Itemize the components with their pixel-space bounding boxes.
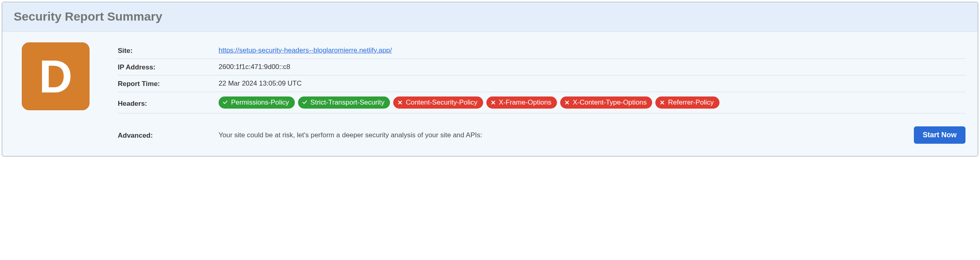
label-site: Site: bbox=[118, 46, 211, 55]
check-icon bbox=[302, 100, 308, 105]
header-pill: Content-Security-Policy bbox=[393, 96, 483, 109]
header-pill: Strict-Transport-Security bbox=[298, 96, 390, 109]
headers-pill-container: Permissions-PolicyStrict-Transport-Secur… bbox=[219, 96, 965, 109]
label-advanced: Advanced: bbox=[118, 131, 211, 140]
panel-header: Security Report Summary bbox=[2, 2, 978, 32]
header-pill-label: Strict-Transport-Security bbox=[311, 98, 385, 107]
header-pill-label: X-Content-Type-Options bbox=[573, 98, 646, 107]
header-pill-label: Permissions-Policy bbox=[231, 98, 289, 107]
header-pill-label: Referrer-Policy bbox=[668, 98, 713, 107]
row-time: Report Time: 22 Mar 2024 13:05:09 UTC bbox=[118, 75, 965, 92]
header-pill: Referrer-Policy bbox=[655, 96, 719, 109]
grade-letter: D bbox=[39, 53, 72, 100]
site-link[interactable]: https://setup-security-headers--bloglaro… bbox=[219, 46, 392, 54]
row-ip: IP Address: 2600:1f1c:471:9d00::c8 bbox=[118, 59, 965, 75]
row-headers: Headers: Permissions-PolicyStrict-Transp… bbox=[118, 92, 965, 113]
cross-icon bbox=[490, 100, 496, 105]
value-ip: 2600:1f1c:471:9d00::c8 bbox=[219, 63, 965, 71]
header-pill: X-Frame-Options bbox=[486, 96, 557, 109]
header-pill: X-Content-Type-Options bbox=[560, 96, 652, 109]
label-ip: IP Address: bbox=[118, 63, 211, 71]
cross-icon bbox=[397, 100, 403, 105]
panel-title: Security Report Summary bbox=[14, 10, 966, 23]
row-advanced: Advanced: Your site could be at risk, le… bbox=[118, 113, 965, 144]
check-icon bbox=[223, 100, 228, 105]
value-site: https://setup-security-headers--bloglaro… bbox=[219, 46, 965, 55]
value-time: 22 Mar 2024 13:05:09 UTC bbox=[219, 80, 965, 88]
grade-badge: D bbox=[22, 42, 90, 110]
details-table: Site: https://setup-security-headers--bl… bbox=[118, 42, 965, 144]
label-time: Report Time: bbox=[118, 79, 211, 88]
row-site: Site: https://setup-security-headers--bl… bbox=[118, 42, 965, 59]
advanced-text: Your site could be at risk, let's perfor… bbox=[219, 131, 906, 139]
cross-icon bbox=[564, 100, 570, 105]
header-pill-label: Content-Security-Policy bbox=[406, 98, 477, 107]
panel-body: D Site: https://setup-security-headers--… bbox=[2, 32, 978, 156]
start-now-button[interactable]: Start Now bbox=[914, 126, 965, 144]
cross-icon bbox=[659, 100, 665, 105]
header-pill: Permissions-Policy bbox=[219, 96, 295, 109]
header-pill-label: X-Frame-Options bbox=[499, 98, 551, 107]
security-report-panel: Security Report Summary D Site: https://… bbox=[2, 2, 978, 157]
label-headers: Headers: bbox=[118, 96, 211, 108]
